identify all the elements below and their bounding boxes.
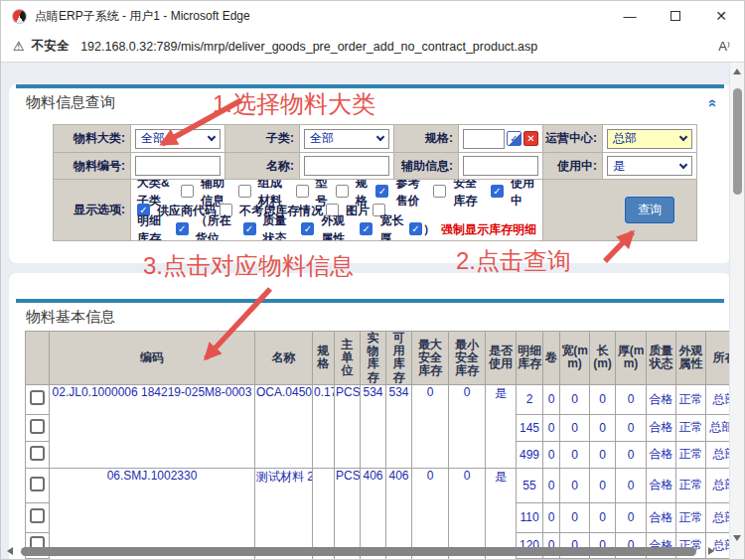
display-options-cell: 大类&子类 辅助信息 组成材料 型号 规格 参考售价 安全库存 使用中 供应商代… xyxy=(131,180,543,241)
detail-length: 0 xyxy=(590,414,616,441)
force-detail-note: 强制显示库存明细 xyxy=(441,220,536,238)
option-checkbox[interactable] xyxy=(243,222,256,235)
option-checkbox[interactable] xyxy=(360,222,372,235)
row-checkbox[interactable] xyxy=(30,446,45,461)
option-checkbox[interactable] xyxy=(491,185,504,198)
option-checkbox[interactable] xyxy=(181,185,194,198)
spec-clear-icon[interactable]: ✕ xyxy=(523,131,538,146)
option-label: ） xyxy=(423,220,435,238)
option-checkbox[interactable] xyxy=(336,185,349,198)
quality-status: 合格 xyxy=(647,502,676,532)
detail-thickness: 0 xyxy=(616,414,647,441)
detail-roll: 0 xyxy=(543,468,560,502)
option-checkbox[interactable] xyxy=(375,185,388,198)
col-detail-stock: 明细库存 xyxy=(517,332,543,385)
scroll-up-icon[interactable] xyxy=(733,69,741,74)
sub-class-select[interactable]: 全部 xyxy=(304,129,389,149)
op-center-select[interactable]: 总部 xyxy=(607,129,692,149)
materials-table: 编码 名称 规格 主单位 实物库存 可用库存 最大安全库存 最小安全库存 是否使… xyxy=(25,331,731,559)
maximize-button[interactable] xyxy=(653,1,698,31)
detail-thickness: 0 xyxy=(616,441,647,468)
material-spec: 0.17 xyxy=(313,384,335,468)
option-label: （所在货位 xyxy=(196,211,240,241)
address-bar[interactable]: ⚠ 不安全 192.168.0.32:789/mis/mrp/deliver_g… xyxy=(1,31,744,63)
chevron-down-icon xyxy=(679,160,687,168)
name-label: 名称: xyxy=(225,153,300,180)
in-use-value: 是 xyxy=(613,158,625,175)
detail-qty: 145 xyxy=(517,414,543,441)
material-code-link[interactable]: 02.JL0.1000006 184219-025M8-0003 xyxy=(50,384,255,468)
op-center-value: 总部 xyxy=(613,130,637,147)
col-physical-stock: 实物库存 xyxy=(361,332,386,385)
name-input[interactable] xyxy=(304,156,389,176)
option-checkbox[interactable] xyxy=(409,222,422,235)
display-options-label: 显示选项: xyxy=(54,180,131,241)
sub-class-label: 子类: xyxy=(225,125,300,153)
annotation-step3: 3.点击对应物料信息 xyxy=(143,250,354,282)
option-checkbox[interactable] xyxy=(301,222,314,235)
quality-status: 合格 xyxy=(647,414,676,441)
minimize-button[interactable]: — xyxy=(607,1,653,31)
location: 总部1号 xyxy=(706,414,732,441)
horizontal-scroll-thumb[interactable] xyxy=(21,547,696,556)
detail-qty: 499 xyxy=(517,441,543,468)
spec-input[interactable] xyxy=(463,129,505,149)
quality-status: 合格 xyxy=(647,558,676,559)
option-checkbox[interactable] xyxy=(433,185,446,198)
spec-label: 规格: xyxy=(394,125,459,153)
title-bar: 点睛ERP子系统 - 用户1 - Microsoft Edge — ✕ xyxy=(1,1,744,31)
table-row: 02.JL0.1000006 184219-025M8-0003 OCA.045… xyxy=(26,384,732,414)
option-checkbox[interactable] xyxy=(296,185,309,198)
spec-picker-icon[interactable]: ✓ xyxy=(507,131,522,146)
in-use-label: 使用中: xyxy=(543,153,603,180)
detail-thickness: 0 xyxy=(616,502,647,532)
row-checkbox[interactable] xyxy=(30,419,45,434)
horizontal-scrollbar[interactable] xyxy=(1,545,731,557)
read-aloud-icon[interactable]: A⁾ xyxy=(718,39,730,54)
detail-length: 0 xyxy=(590,502,616,532)
detail-length: 0 xyxy=(590,441,616,468)
detail-thickness: 0 xyxy=(616,384,647,414)
row-checkbox[interactable] xyxy=(30,390,45,405)
look-attr: 正常 xyxy=(676,502,706,532)
material-no-label: 物料编号: xyxy=(54,153,131,180)
material-no-input[interactable] xyxy=(135,156,221,176)
option-label: 宽长厚 xyxy=(379,211,406,241)
row-checkbox[interactable] xyxy=(30,508,45,523)
collapse-panel-icon[interactable]: « xyxy=(707,98,719,106)
vertical-scrollbar[interactable] xyxy=(729,63,744,559)
material-name: OCA.0450-0002-A xyxy=(255,384,313,468)
table-panel-title: 物料基本信息 xyxy=(26,308,115,327)
detail-width: 0 xyxy=(560,558,590,559)
max-safe-stock: 0 xyxy=(412,384,449,468)
option-checkbox[interactable] xyxy=(238,185,251,198)
scroll-down-icon[interactable] xyxy=(733,535,741,541)
col-spec: 规格 xyxy=(313,332,335,385)
option-checkbox[interactable] xyxy=(176,222,189,235)
location: 总部分 xyxy=(706,384,732,414)
vertical-scroll-thumb[interactable] xyxy=(733,88,742,195)
scroll-left-icon[interactable] xyxy=(7,547,13,555)
scroll-right-icon[interactable] xyxy=(708,547,714,555)
look-attr: 正常 xyxy=(676,558,706,559)
aux-info-input[interactable] xyxy=(463,156,538,176)
look-attr: 正常 xyxy=(676,468,706,502)
detail-qty: 55 xyxy=(517,468,543,502)
option-label: 参考售价 xyxy=(395,180,430,210)
material-info-panel: 物料基本信息 编码 名称 规格 主单位 实物库存 可用库存 最大安全库存 最小安… xyxy=(9,273,731,559)
query-form: 物料大类: 全部 子类: 全部 规格: ✓ ✕ 运营中心: 总部 物料编号: 名… xyxy=(53,124,697,241)
annotation-step2: 2.点击查询 xyxy=(456,245,571,277)
detail-roll: 0 xyxy=(543,502,560,532)
col-location: 所在货 xyxy=(706,332,732,385)
option-label: 明细库存 xyxy=(137,211,173,241)
col-select xyxy=(26,332,50,385)
in-use-select[interactable]: 是 xyxy=(607,156,692,176)
close-button[interactable]: ✕ xyxy=(698,1,744,31)
query-button[interactable]: 查询 xyxy=(625,197,674,223)
query-panel-title: 物料信息查询 xyxy=(26,93,115,112)
physical-stock: 534 xyxy=(361,384,386,468)
material-class-select[interactable]: 全部 xyxy=(135,129,221,149)
url-text[interactable]: 192.168.0.32:789/mis/mrp/deliver_goods_p… xyxy=(80,40,718,54)
row-checkbox[interactable] xyxy=(30,477,45,491)
op-center-label: 运营中心: xyxy=(543,125,603,153)
